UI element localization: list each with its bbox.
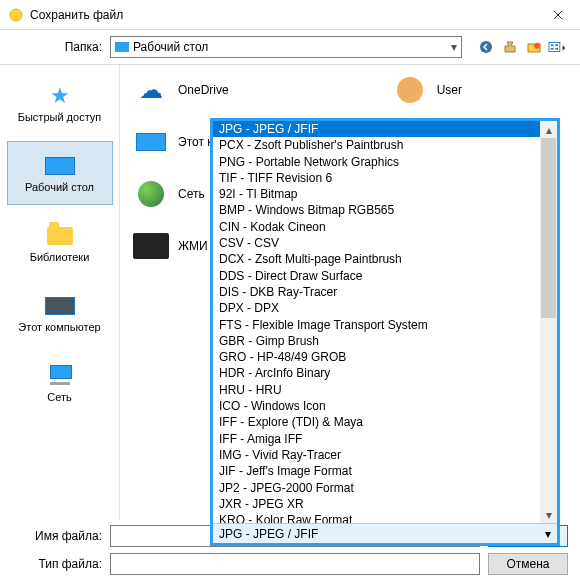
folder-combo[interactable]: Рабочий стол ▾: [110, 36, 462, 58]
dropdown-option[interactable]: GRO - HP-48/49 GROB: [213, 349, 557, 365]
sidebar-item-label: Быстрый доступ: [18, 111, 102, 123]
star-icon: ★: [44, 83, 76, 109]
dropdown-option[interactable]: ICO - Windows Icon: [213, 398, 557, 414]
sidebar-item-label: Рабочий стол: [25, 181, 94, 193]
folder-icon: [44, 223, 76, 249]
back-icon[interactable]: [476, 37, 496, 57]
dropdown-option[interactable]: JPG - JPEG / JFIF: [213, 121, 557, 137]
sidebar-item-quickaccess[interactable]: ★ Быстрый доступ: [7, 71, 113, 135]
computer-icon: [130, 125, 172, 159]
svg-point-1: [480, 41, 492, 53]
item-label: OneDrive: [178, 83, 229, 97]
close-button[interactable]: [536, 0, 580, 30]
svg-rect-3: [549, 42, 560, 51]
dropdown-option[interactable]: BMP - Windows Bitmap RGB565: [213, 202, 557, 218]
svg-point-0: [10, 9, 22, 21]
up-icon[interactable]: [500, 37, 520, 57]
places-sidebar: ★ Быстрый доступ Рабочий стол Библиотеки…: [0, 65, 120, 519]
folder-toolbar: Папка: Рабочий стол ▾: [0, 30, 580, 64]
folder-combo-text: Рабочий стол: [133, 40, 447, 54]
sidebar-item-desktop[interactable]: Рабочий стол: [7, 141, 113, 205]
title-bar: Сохранить файл: [0, 0, 580, 30]
scroll-down-icon[interactable]: ▾: [540, 506, 557, 523]
dropdown-option[interactable]: 92I - TI Bitmap: [213, 186, 557, 202]
desktop-icon: [115, 42, 129, 52]
folder-label: Папка:: [12, 40, 102, 54]
dropdown-option[interactable]: IMG - Vivid Ray-Tracer: [213, 447, 557, 463]
dropdown-option[interactable]: GBR - Gimp Brush: [213, 333, 557, 349]
dropdown-option[interactable]: DPX - DPX: [213, 300, 557, 316]
window-title: Сохранить файл: [30, 8, 536, 22]
dropdown-option[interactable]: DIS - DKB Ray-Tracer: [213, 284, 557, 300]
dropdown-option[interactable]: JIF - Jeff's Image Format: [213, 463, 557, 479]
dropdown-option[interactable]: CSV - CSV: [213, 235, 557, 251]
item-label: User: [437, 83, 462, 97]
scroll-thumb[interactable]: [541, 138, 556, 318]
dropdown-option[interactable]: CIN - Kodak Cineon: [213, 219, 557, 235]
item-label: Сеть: [178, 187, 205, 201]
chevron-down-icon: ▾: [451, 40, 457, 54]
chevron-down-icon: ▾: [545, 527, 551, 541]
dropdown-option[interactable]: TIF - TIFF Revision 6: [213, 170, 557, 186]
dropdown-option[interactable]: JP2 - JPEG-2000 Format: [213, 480, 557, 496]
svg-rect-4: [551, 44, 554, 46]
dropdown-option[interactable]: PNG - Portable Network Graphics: [213, 154, 557, 170]
desktop-icon: [44, 153, 76, 179]
computer-icon: [44, 293, 76, 319]
cancel-button[interactable]: Отмена: [488, 553, 568, 575]
dropdown-option[interactable]: HRU - HRU: [213, 382, 557, 398]
view-menu-icon[interactable]: [548, 37, 568, 57]
sidebar-item-label: Библиотеки: [30, 251, 90, 263]
filetype-label: Тип файла:: [12, 557, 102, 571]
sidebar-item-libraries[interactable]: Библиотеки: [7, 211, 113, 275]
svg-rect-7: [555, 48, 558, 50]
dropdown-option[interactable]: IFF - Amiga IFF: [213, 431, 557, 447]
item-label: ЖМИ: [178, 239, 208, 253]
list-item[interactable]: ☁ OneDrive: [130, 73, 229, 107]
folder-icon: [130, 229, 172, 263]
dropdown-list[interactable]: JPG - JPEG / JFIFPCX - Zsoft Publisher's…: [213, 121, 557, 523]
filetype-combo[interactable]: [110, 553, 480, 575]
dropdown-option[interactable]: DCX - Zsoft Multi-page Paintbrush: [213, 251, 557, 267]
svg-rect-6: [555, 44, 558, 46]
dropdown-option[interactable]: KRO - Kolor Raw Format: [213, 512, 557, 523]
svg-rect-5: [551, 48, 554, 50]
app-icon: [8, 7, 24, 23]
user-icon: [389, 73, 431, 107]
scroll-up-icon[interactable]: ▴: [540, 121, 557, 138]
scroll-track[interactable]: [540, 318, 557, 506]
globe-icon: [130, 177, 172, 211]
sidebar-item-label: Сеть: [47, 391, 71, 403]
list-item[interactable]: User: [389, 73, 463, 107]
dropdown-option[interactable]: HDR - ArcInfo Binary: [213, 365, 557, 381]
filename-label: Имя файла:: [12, 529, 102, 543]
dropdown-option[interactable]: IFF - Explore (TDI) & Maya: [213, 414, 557, 430]
dropdown-option[interactable]: PCX - Zsoft Publisher's Paintbrush: [213, 137, 557, 153]
dropdown-option[interactable]: DDS - Direct Draw Surface: [213, 268, 557, 284]
scrollbar[interactable]: ▴ ▾: [540, 121, 557, 523]
dropdown-selected-row[interactable]: JPG - JPEG / JFIF ▾: [213, 523, 557, 543]
item-label: Этот к: [178, 135, 212, 149]
filetype-dropdown: JPG - JPEG / JFIFPCX - Zsoft Publisher's…: [210, 118, 560, 546]
dropdown-option[interactable]: FTS - Flexible Image Transport System: [213, 317, 557, 333]
dropdown-selected-text: JPG - JPEG / JFIF: [219, 527, 318, 541]
cloud-icon: ☁: [130, 73, 172, 107]
new-folder-icon[interactable]: [524, 37, 544, 57]
network-icon: [44, 363, 76, 389]
dropdown-option[interactable]: JXR - JPEG XR: [213, 496, 557, 512]
sidebar-item-network[interactable]: Сеть: [7, 351, 113, 415]
sidebar-item-thispc[interactable]: Этот компьютер: [7, 281, 113, 345]
sidebar-item-label: Этот компьютер: [18, 321, 100, 333]
